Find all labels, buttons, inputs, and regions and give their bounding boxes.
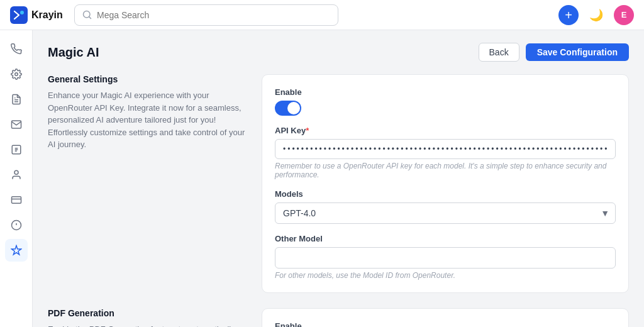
pdf-generation-left: PDF Generation Enable the PDF Generation…: [48, 308, 262, 327]
general-settings-desc: Enhance your Magic AI experience with yo…: [48, 89, 247, 151]
page-actions: Back Save Configuration: [479, 43, 629, 62]
other-model-input[interactable]: [275, 247, 616, 269]
sidebar-item-magic-ai[interactable]: [5, 239, 28, 262]
pdf-generation-section: PDF Generation Enable the PDF Generation…: [48, 308, 629, 327]
pdf-generation-desc: Enable the PDF Generation feature to aut…: [48, 323, 247, 327]
header-right: + 🌙 E: [558, 5, 634, 25]
models-select-wrap: GPT-4.0 GPT-3.5-turbo Claude-3 Llama-3 ▼: [275, 202, 616, 224]
logo[interactable]: Krayin: [10, 6, 67, 24]
search-bar[interactable]: [74, 4, 338, 26]
search-input[interactable]: [97, 10, 330, 20]
general-settings-section: General Settings Enhance your Magic AI e…: [48, 74, 629, 303]
api-key-field-group: API Key* Remember to use a OpenRouter AP…: [275, 126, 616, 179]
save-configuration-button[interactable]: Save Configuration: [526, 43, 629, 61]
pdf-generation-form: Enable: [262, 308, 629, 327]
avatar[interactable]: E: [614, 5, 634, 25]
logo-icon: [10, 6, 28, 24]
other-model-field-group: Other Model For other models, use the Mo…: [275, 234, 616, 280]
general-settings-title: General Settings: [48, 74, 247, 84]
dark-mode-button[interactable]: 🌙: [586, 5, 606, 25]
svg-rect-11: [11, 197, 21, 204]
back-button[interactable]: Back: [479, 43, 519, 62]
header: Krayin + 🌙 E: [0, 0, 644, 30]
svg-point-1: [20, 11, 24, 14]
enable-field-group: Enable: [275, 87, 616, 116]
models-label: Models: [275, 189, 616, 199]
models-select[interactable]: GPT-4.0 GPT-3.5-turbo Claude-3 Llama-3: [275, 202, 616, 224]
page-header: Magic AI Back Save Configuration: [48, 43, 629, 62]
api-key-input[interactable]: [275, 139, 616, 159]
pdf-enable-field-group: Enable: [275, 321, 616, 327]
pdf-enable-label: Enable: [275, 321, 616, 327]
api-key-label: API Key*: [275, 126, 616, 135]
main-content: Magic AI Back Save Configuration General…: [33, 30, 644, 327]
sidebar: [0, 30, 33, 327]
sidebar-item-billing[interactable]: [5, 189, 28, 211]
sidebar-item-tasks[interactable]: [5, 138, 28, 161]
pdf-generation-title: PDF Generation: [48, 308, 247, 318]
sidebar-item-notifications[interactable]: [5, 214, 28, 236]
svg-point-3: [14, 73, 18, 76]
general-settings-form: Enable API Key* Remember to use a OpenRo…: [262, 74, 629, 293]
api-key-required: *: [306, 126, 309, 135]
enable-toggle[interactable]: [275, 101, 301, 116]
general-settings-left: General Settings Enhance your Magic AI e…: [48, 74, 262, 303]
api-key-hint: Remember to use a OpenRouter API key for…: [275, 162, 616, 179]
sidebar-item-settings[interactable]: [5, 63, 28, 86]
layout: Magic AI Back Save Configuration General…: [0, 30, 644, 327]
sidebar-item-calls[interactable]: [5, 38, 28, 60]
other-model-hint: For other models, use the Model ID from …: [275, 271, 616, 280]
add-button[interactable]: +: [558, 5, 579, 25]
enable-label: Enable: [275, 87, 616, 97]
page-title: Magic AI: [48, 45, 99, 60]
logo-text: Krayin: [31, 9, 63, 21]
other-model-label: Other Model: [275, 234, 616, 243]
sidebar-item-contacts[interactable]: [5, 164, 28, 186]
search-icon: [82, 10, 92, 19]
models-field-group: Models GPT-4.0 GPT-3.5-turbo Claude-3 Ll…: [275, 189, 616, 224]
svg-point-10: [14, 170, 18, 174]
sidebar-item-documents[interactable]: [5, 88, 28, 111]
sidebar-item-email[interactable]: [5, 113, 28, 136]
